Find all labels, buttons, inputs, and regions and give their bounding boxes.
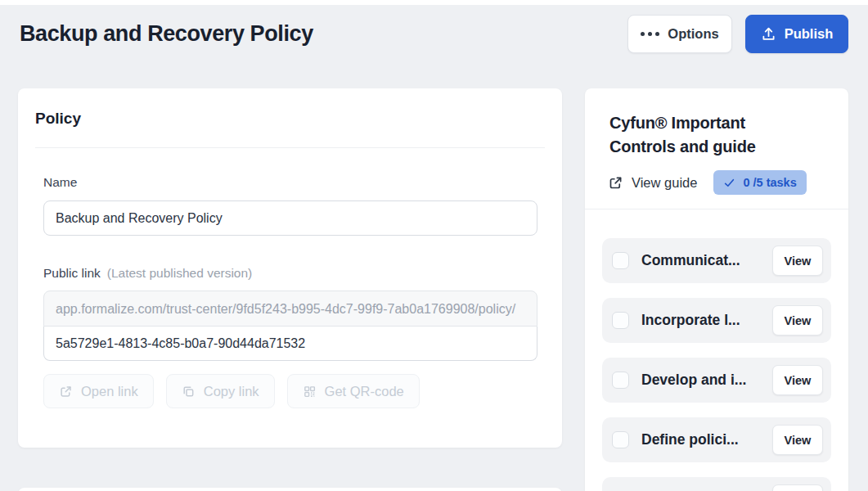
task-label: Incorporate l... <box>641 312 740 329</box>
tasks-progress-badge[interactable]: 0 /5 tasks <box>713 170 806 195</box>
header-actions: Options Publish <box>627 15 848 53</box>
public-link-label: Public link <box>43 266 101 280</box>
check-icon <box>723 177 735 189</box>
task-view-button[interactable]: View <box>772 484 823 491</box>
task-label: Communicat... <box>641 252 740 269</box>
view-guide-label: View guide <box>632 175 697 191</box>
policy-card-header: Policy <box>18 88 562 148</box>
task-checkbox[interactable] <box>612 312 629 329</box>
task-label: Define polici... <box>641 431 739 448</box>
open-link-button[interactable]: Open link <box>43 374 154 408</box>
task-item: Define polici... View <box>602 417 831 462</box>
page-header: Backup and Recovery Policy Options Publi… <box>0 5 868 62</box>
copy-link-label: Copy link <box>204 384 259 399</box>
external-link-icon <box>608 175 623 191</box>
ellipsis-icon <box>641 32 659 36</box>
public-link-slug-input[interactable] <box>43 327 537 361</box>
task-checkbox[interactable] <box>612 431 629 448</box>
task-item: Incorporate l... View <box>602 298 831 343</box>
guide-card: Cyfun® Important Controls and guide View… <box>585 88 848 491</box>
task-view-button[interactable]: View <box>772 425 823 455</box>
options-button[interactable]: Options <box>627 15 732 53</box>
page-title: Backup and Recovery Policy <box>20 21 313 47</box>
external-link-icon <box>59 385 73 399</box>
task-checkbox[interactable] <box>612 372 629 389</box>
publish-button[interactable]: Publish <box>745 15 848 53</box>
get-qr-code-button[interactable]: Get QR-code <box>287 374 420 408</box>
upload-icon <box>761 26 776 42</box>
public-link-group: app.formalize.com/trust-center/9fd5f243-… <box>43 291 537 361</box>
open-link-label: Open link <box>81 384 138 399</box>
options-button-label: Options <box>668 26 718 42</box>
public-link-prefix: app.formalize.com/trust-center/9fd5f243-… <box>43 291 537 327</box>
divider <box>585 209 848 209</box>
task-view-button[interactable]: View <box>772 365 823 395</box>
task-view-button[interactable]: View <box>772 305 823 336</box>
publish-button-label: Publish <box>785 26 834 42</box>
task-view-button[interactable]: View <box>772 246 823 276</box>
copy-link-button[interactable]: Copy link <box>166 374 275 408</box>
name-field-label: Name <box>43 175 537 190</box>
guide-card-title: Cyfun® Important Controls and guide <box>609 111 814 159</box>
task-label: Develop and i... <box>641 372 746 389</box>
view-guide-link[interactable]: View guide <box>608 175 697 191</box>
policy-card-title: Policy <box>35 110 545 128</box>
task-item-partial: View <box>602 477 831 491</box>
public-link-note: (Latest published version) <box>107 266 253 280</box>
policy-card-body: Name Public link(Latest published versio… <box>18 148 562 408</box>
copy-icon <box>182 385 196 399</box>
policy-card: Policy Name Public link(Latest published… <box>18 88 562 448</box>
get-qr-code-label: Get QR-code <box>325 384 404 399</box>
task-item: Communicat... View <box>602 238 831 283</box>
public-link-row: Public link(Latest published version) <box>43 266 537 281</box>
qr-code-icon <box>303 385 317 399</box>
policy-name-input[interactable] <box>43 200 537 236</box>
task-item: Develop and i... View <box>602 358 831 403</box>
task-checkbox[interactable] <box>612 252 629 269</box>
link-actions-row: Open link Copy link <box>43 374 537 408</box>
task-list: Communicat... View Incorporate l... View… <box>602 238 831 491</box>
guide-sub-row: View guide 0 /5 tasks <box>608 170 831 195</box>
next-section-card-partial <box>18 488 562 491</box>
tasks-badge-label: 0 /5 tasks <box>743 176 796 189</box>
